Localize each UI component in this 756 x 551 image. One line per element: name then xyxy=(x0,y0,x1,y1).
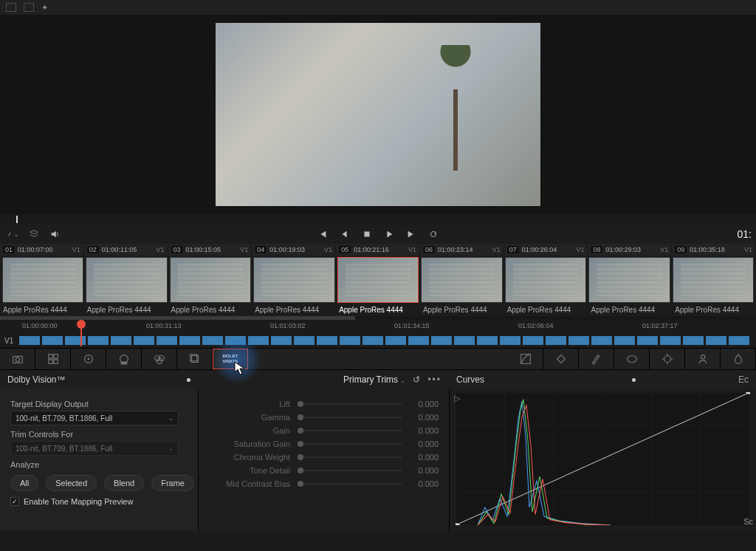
dolby-title: Dolby Vision™ xyxy=(7,374,65,385)
loop-button[interactable] xyxy=(427,228,439,240)
master-timecode: 01: xyxy=(738,228,752,240)
primary-trims-panel: Lift0.000 Gamma0.000 Gain0.000 Saturatio… xyxy=(198,389,449,531)
svg-point-8 xyxy=(88,358,89,360)
tonemap-checkbox[interactable]: ✓ xyxy=(10,497,19,506)
analyze-label: Analyze xyxy=(10,460,188,469)
curves-panel: ▷ xyxy=(449,389,756,531)
tab-dolby-vision[interactable]: DOLBYVISION xyxy=(213,349,248,369)
thumbs-header: 0101:00:07:00V1 0201:00:11:05V1 0301:00:… xyxy=(0,244,756,256)
dot-icon xyxy=(632,378,636,382)
scrub-bar[interactable] xyxy=(0,214,756,225)
play-marker-icon: ▷ xyxy=(454,394,460,403)
tab-motion[interactable] xyxy=(177,349,213,369)
slider-gamma[interactable]: Gamma0.000 xyxy=(209,413,439,422)
thumb-02[interactable] xyxy=(86,257,167,303)
wand-icon[interactable]: ✦ xyxy=(41,3,48,13)
palette-tabs: HDR DOLBYVISION xyxy=(0,348,756,370)
svg-point-19 xyxy=(701,355,704,359)
curves-title: Curves xyxy=(456,374,484,385)
playhead[interactable] xyxy=(77,320,86,329)
target-display-select[interactable]: 100-nit, BT.709, BT.1886, Full⌄ xyxy=(10,411,179,425)
thumb-08[interactable] xyxy=(588,257,670,303)
tab-warper[interactable] xyxy=(543,349,579,369)
svg-rect-5 xyxy=(48,360,52,363)
svg-point-17 xyxy=(627,356,636,363)
viewer-frame[interactable] xyxy=(216,23,540,206)
transport-bar: ⌄ 01: xyxy=(0,225,756,244)
slider-chroma-weight[interactable]: Chroma Weight0.000 xyxy=(209,453,439,462)
reset-button[interactable]: ↺ xyxy=(413,374,420,385)
slider-mid-contrast-bias[interactable]: Mid Contrast Bias0.000 xyxy=(209,479,439,488)
tonemap-label: Enable Tone Mapping Preview xyxy=(24,497,133,506)
tab-wheels[interactable] xyxy=(71,349,106,369)
curve-mode-ec[interactable]: Ec xyxy=(738,374,749,385)
mute-icon[interactable] xyxy=(49,228,61,240)
dot-icon xyxy=(187,378,190,382)
svg-point-2 xyxy=(16,357,19,361)
svg-text:HDR: HDR xyxy=(121,362,127,365)
side-label-sc[interactable]: Sc xyxy=(743,517,753,526)
track-v1[interactable]: V1 xyxy=(0,333,756,348)
target-display-label: Target Display Output xyxy=(10,400,188,408)
thumb-labels: Apple ProRes 4444 Apple ProRes 4444 Appl… xyxy=(0,304,756,316)
analyze-blend-button[interactable]: Blend xyxy=(104,475,144,491)
thumb-09[interactable] xyxy=(673,257,754,303)
track-clips[interactable] xyxy=(19,336,752,345)
analyze-frame-button[interactable]: Frame xyxy=(151,475,194,491)
curves-panel-header: Curves Ec xyxy=(449,370,756,389)
next-clip-button[interactable] xyxy=(405,228,417,240)
step-back-button[interactable] xyxy=(339,228,351,240)
thumb-07[interactable] xyxy=(505,257,586,303)
trim-controls-select[interactable]: 100-nit, BT.709, BT.1886, Full⌄ xyxy=(10,441,179,456)
stop-button[interactable] xyxy=(361,228,373,240)
track-label: V1 xyxy=(4,337,19,345)
analyze-selected-button[interactable]: Selected xyxy=(46,475,97,491)
play-button[interactable] xyxy=(383,228,395,240)
svg-rect-4 xyxy=(53,355,57,358)
thumb-03[interactable] xyxy=(170,257,251,303)
prev-clip-button[interactable] xyxy=(317,228,329,240)
tab-magic-mask[interactable] xyxy=(685,349,721,369)
grid-icon[interactable] xyxy=(24,3,34,12)
menu-button[interactable]: ••• xyxy=(427,374,441,385)
tab-window[interactable] xyxy=(614,349,650,369)
slider-lift[interactable]: Lift0.000 xyxy=(209,400,439,408)
svg-rect-3 xyxy=(48,355,52,358)
thumbnails xyxy=(0,256,756,304)
thumb-04[interactable] xyxy=(253,257,334,303)
svg-rect-16 xyxy=(520,355,530,364)
tab-qualifier[interactable] xyxy=(579,349,614,369)
stack-icon[interactable] xyxy=(28,228,40,240)
tab-hdr[interactable]: HDR xyxy=(106,349,142,369)
top-toolbar: ✦ xyxy=(0,0,756,15)
svg-rect-6 xyxy=(53,360,57,363)
trim-controls-label: Trim Controls For xyxy=(10,430,188,439)
slider-gain[interactable]: Gain0.000 xyxy=(209,426,439,435)
svg-rect-0 xyxy=(365,232,370,237)
trims-panel-header: Primary Trims ⌄ ↺ ••• xyxy=(198,370,449,389)
thumb-01[interactable] xyxy=(2,257,83,303)
tab-color-match[interactable] xyxy=(35,349,71,369)
layout-icon[interactable] xyxy=(6,3,16,12)
primary-trims-dropdown[interactable]: Primary Trims ⌄ xyxy=(343,374,405,385)
picker-tool[interactable]: ⌄ xyxy=(7,228,19,240)
viewer xyxy=(0,15,756,214)
curves-plot[interactable]: ▷ xyxy=(456,392,750,525)
svg-point-18 xyxy=(664,356,670,363)
slider-tone-detail[interactable]: Tone Detail0.000 xyxy=(209,466,439,475)
timeline-ruler[interactable]: 01:00:00:00 01:00:31:13 01:01:03:02 01:0… xyxy=(0,320,756,333)
dolby-panel-header: Dolby Vision™ xyxy=(0,370,198,389)
thumb-06[interactable] xyxy=(421,257,502,303)
analyze-all-button[interactable]: All xyxy=(10,475,38,491)
tab-blur[interactable] xyxy=(721,349,756,369)
tab-rgb-mixer[interactable] xyxy=(142,349,177,369)
dolby-settings: Target Display Output 100-nit, BT.709, B… xyxy=(0,389,198,531)
tab-camera-raw[interactable] xyxy=(0,349,35,369)
thumb-05[interactable] xyxy=(337,257,419,303)
tab-curves[interactable] xyxy=(508,349,543,369)
tab-tracker[interactable] xyxy=(650,349,685,369)
slider-saturation-gain[interactable]: Saturation Gain0.000 xyxy=(209,439,439,448)
